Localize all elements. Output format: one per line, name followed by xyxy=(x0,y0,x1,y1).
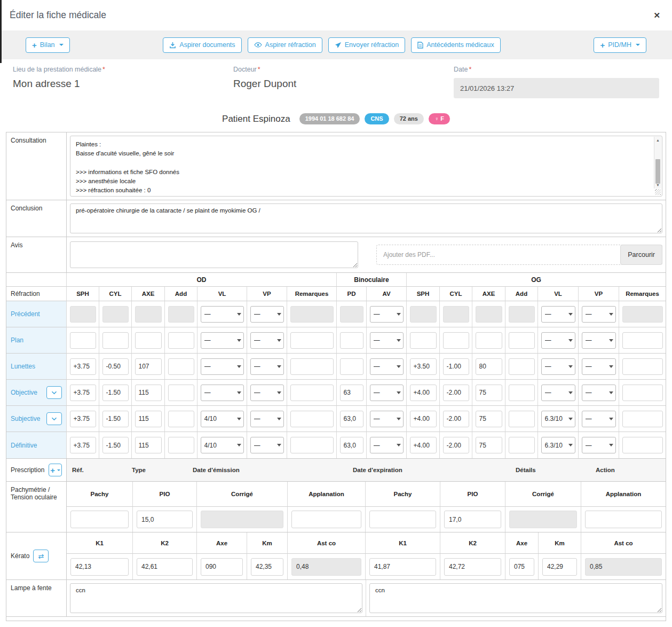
rx-input-plan-6[interactable] xyxy=(290,332,334,349)
scrollbar-thumb[interactable] xyxy=(655,159,660,184)
rx-select-precedent-8[interactable]: — xyxy=(370,306,404,323)
rx-input-definitive-9[interactable] xyxy=(410,437,437,453)
rx-select-objective-5[interactable]: — xyxy=(250,385,284,401)
pachy-input-0[interactable] xyxy=(70,511,129,528)
resize-grip-icon[interactable] xyxy=(655,189,661,195)
rx-select-subjective-4[interactable]: 4/10 xyxy=(201,411,244,427)
rx-input-precedent-6[interactable] xyxy=(290,306,334,323)
rx-input-subjective-0[interactable] xyxy=(70,411,96,427)
rx-input-objective-6[interactable] xyxy=(290,385,334,401)
rx-input-subjective-7[interactable] xyxy=(340,411,363,427)
kerato-input-9[interactable] xyxy=(585,558,662,576)
rx-input-subjective-9[interactable] xyxy=(410,411,437,427)
rx-select-subjective-14[interactable]: — xyxy=(582,411,616,427)
avis-textarea[interactable] xyxy=(70,241,358,268)
rx-input-lunettes-9[interactable] xyxy=(410,358,437,375)
rx-input-objective-7[interactable] xyxy=(340,385,363,401)
rx-input-definitive-12[interactable] xyxy=(509,437,535,453)
rx-input-lunettes-0[interactable] xyxy=(70,358,96,375)
rx-input-plan-0[interactable] xyxy=(70,332,96,349)
kerato-input-4[interactable] xyxy=(291,558,361,576)
rx-select-subjective-13[interactable]: 6.3/10 xyxy=(541,411,575,427)
rx-select-precedent-14[interactable]: — xyxy=(582,306,616,323)
rx-select-lunettes-4[interactable]: — xyxy=(201,358,244,375)
rx-select-objective-13[interactable]: — xyxy=(541,385,575,401)
rx-input-definitive-2[interactable] xyxy=(135,437,162,453)
rx-input-precedent-3[interactable] xyxy=(168,306,194,323)
rx-input-plan-9[interactable] xyxy=(410,332,437,349)
rx-input-precedent-9[interactable] xyxy=(410,306,437,323)
pachy-input-5[interactable] xyxy=(444,511,501,528)
rx-select-precedent-4[interactable]: — xyxy=(201,306,244,323)
rx-select-lunettes-14[interactable]: — xyxy=(582,358,616,375)
rx-input-definitive-11[interactable] xyxy=(476,437,502,453)
rx-select-plan-14[interactable]: — xyxy=(582,332,616,349)
rx-input-objective-12[interactable] xyxy=(509,385,535,401)
kerato-input-6[interactable] xyxy=(444,558,501,576)
rx-input-objective-2[interactable] xyxy=(135,385,162,401)
aspirer-refraction-button[interactable]: Aspirer réfraction xyxy=(248,37,322,53)
rx-input-lunettes-11[interactable] xyxy=(476,358,502,375)
rx-input-subjective-10[interactable] xyxy=(443,411,469,427)
consultation-text[interactable]: Plaintes : Baisse d'acuité visuelle, gên… xyxy=(70,136,652,197)
rx-input-plan-11[interactable] xyxy=(476,332,502,349)
rx-select-objective-14[interactable]: — xyxy=(582,385,616,401)
rx-input-lunettes-1[interactable] xyxy=(102,358,129,375)
kerato-input-3[interactable] xyxy=(251,558,283,576)
rx-select-plan-4[interactable]: — xyxy=(201,332,244,349)
rx-select-precedent-5[interactable]: — xyxy=(250,306,284,323)
kerato-input-2[interactable] xyxy=(201,558,243,576)
rx-input-plan-15[interactable] xyxy=(622,332,663,349)
close-icon[interactable]: ✕ xyxy=(653,11,660,20)
kerato-input-8[interactable] xyxy=(542,558,577,576)
rx-select-plan-5[interactable]: — xyxy=(250,332,284,349)
rx-input-objective-9[interactable] xyxy=(410,385,437,401)
rx-input-definitive-1[interactable] xyxy=(102,437,129,453)
rx-input-lunettes-10[interactable] xyxy=(443,358,469,375)
rx-select-objective-8[interactable]: — xyxy=(370,385,404,401)
add-prescription-button[interactable]: + xyxy=(49,464,62,476)
swap-values-button[interactable]: ⇄ xyxy=(33,550,49,562)
rx-select-plan-13[interactable]: — xyxy=(541,332,575,349)
rx-input-precedent-1[interactable] xyxy=(102,306,129,323)
rx-input-subjective-3[interactable] xyxy=(168,411,194,427)
rx-input-objective-10[interactable] xyxy=(443,385,469,401)
kerato-input-1[interactable] xyxy=(137,558,193,576)
rx-input-objective-11[interactable] xyxy=(476,385,502,401)
consultation-scrollbar[interactable]: ▲ ▼ xyxy=(654,137,661,189)
pachy-input-3[interactable] xyxy=(291,511,361,528)
rx-input-precedent-10[interactable] xyxy=(443,306,469,323)
envoyer-refraction-button[interactable]: Envoyer réfraction xyxy=(328,37,405,53)
rx-input-precedent-2[interactable] xyxy=(135,306,162,323)
slit-lamp-og-textarea[interactable]: ccn xyxy=(369,583,662,613)
rx-input-plan-7[interactable] xyxy=(340,332,363,349)
docteur-value[interactable]: Roger Dupont xyxy=(233,78,454,90)
rx-input-subjective-12[interactable] xyxy=(509,411,535,427)
rx-select-subjective-8[interactable]: — xyxy=(370,411,404,427)
rx-select-lunettes-5[interactable]: — xyxy=(250,358,284,375)
rx-input-definitive-6[interactable] xyxy=(290,437,334,453)
rx-input-precedent-15[interactable] xyxy=(622,306,663,323)
rx-input-precedent-7[interactable] xyxy=(340,306,363,323)
rx-input-precedent-11[interactable] xyxy=(476,306,502,323)
date-input[interactable] xyxy=(454,78,659,98)
rx-input-subjective-6[interactable] xyxy=(290,411,334,427)
refraction-subjective-dropdown-button[interactable] xyxy=(46,412,62,425)
rx-select-definitive-13[interactable]: 6.3/10 xyxy=(541,437,575,453)
rx-input-lunettes-15[interactable] xyxy=(622,358,663,375)
rx-input-precedent-12[interactable] xyxy=(509,306,535,323)
conclusion-textarea[interactable]: pré-opératoire chirurgie de la cataracte… xyxy=(70,203,662,233)
rx-input-plan-1[interactable] xyxy=(102,332,129,349)
rx-select-definitive-8[interactable]: — xyxy=(370,437,404,453)
rx-input-definitive-15[interactable] xyxy=(622,437,663,453)
lieu-value[interactable]: Mon adresse 1 xyxy=(13,78,233,90)
slit-lamp-od-textarea[interactable]: ccn xyxy=(70,583,362,613)
rx-input-lunettes-2[interactable] xyxy=(135,358,162,375)
rx-input-objective-3[interactable] xyxy=(168,385,194,401)
rx-select-subjective-5[interactable]: — xyxy=(250,411,284,427)
rx-input-plan-2[interactable] xyxy=(135,332,162,349)
pdf-upload-input[interactable] xyxy=(376,245,662,265)
rx-input-objective-0[interactable] xyxy=(70,385,96,401)
rx-input-definitive-0[interactable] xyxy=(70,437,96,453)
rx-input-plan-12[interactable] xyxy=(509,332,535,349)
